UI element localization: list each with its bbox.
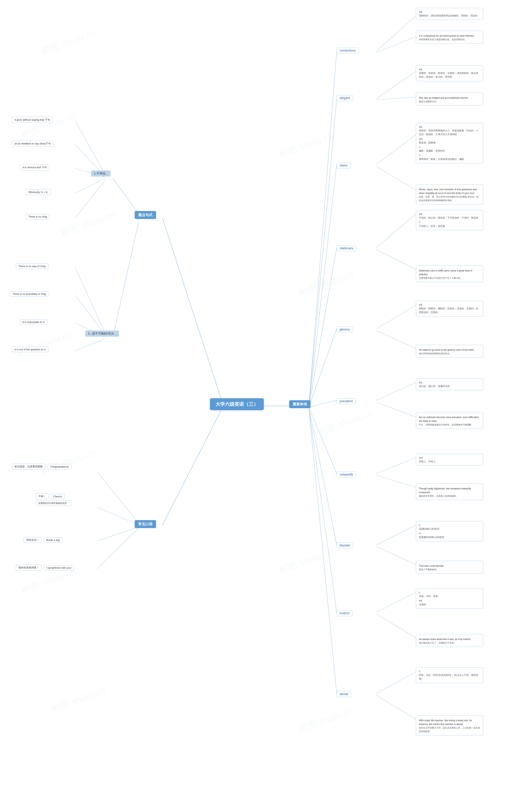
vocab-category: 重要单词 <box>289 400 311 408</box>
svg-line-42 <box>376 525 416 545</box>
oral-item-congratulations: 表示祝贺，注意要用复数 Congratulations! <box>12 464 72 470</box>
def-elegant-1: adj. 优雅的；优美的；精美的；文雅的；漂亮精致的；除没讲究的；简练的；简洁的… <box>416 65 483 81</box>
oral-phrase-cheers: Cheers! <box>51 494 65 499</box>
svg-line-43 <box>376 546 416 565</box>
svg-line-19 <box>309 99 337 405</box>
sentence-category: 重点句式 <box>135 211 156 219</box>
watermark-1: 树图 shutu.cn <box>39 26 98 58</box>
svg-line-20 <box>309 164 337 406</box>
watermark-4: 树图 shutu.cn <box>15 327 74 359</box>
svg-line-36 <box>376 305 416 329</box>
word-sheer: sheer <box>337 162 350 168</box>
def-gloomy-2: He hated to go back to the gloomy room o… <box>416 345 483 358</box>
svg-line-29 <box>376 37 416 53</box>
word-prevalent: prevalent <box>337 398 356 404</box>
sentence-s4: Obviously, S.＋V. <box>26 189 51 195</box>
oral-category: 常见口语 <box>135 520 156 528</box>
subcat-1: 1.不用说... <box>91 170 111 176</box>
word-stationary: stationary <box>337 245 356 251</box>
svg-line-15 <box>97 507 138 525</box>
svg-line-33 <box>376 166 416 190</box>
svg-line-24 <box>309 408 337 474</box>
svg-line-1 <box>162 406 223 525</box>
watermark-8: 树图 shutu.cn <box>277 129 335 161</box>
watermark-7: 树图 shutu.cn <box>49 684 108 716</box>
svg-line-34 <box>376 214 416 248</box>
def-blunder-2: That was a bad blunder. 那是个严重的错误。 <box>416 561 483 574</box>
svg-line-23 <box>309 400 337 407</box>
svg-line-27 <box>309 410 337 694</box>
oral-phrase-sympathize: I symphthize with you! <box>44 565 74 571</box>
svg-line-47 <box>376 695 416 719</box>
svg-line-40 <box>376 458 416 474</box>
svg-line-38 <box>376 382 416 400</box>
oral-item-sympathize: 我对你深表同情！ I symphthize with you! <box>16 565 74 571</box>
oral-item-cheers: 干杯！ Cheers! 在英国也可以用作谢谢的意思。 <box>36 493 71 506</box>
svg-line-25 <box>309 409 337 545</box>
def-stationary-2: Stationary cars in traffic jams cause a … <box>416 266 483 282</box>
watermark-3: 树图 shutu.cn <box>59 208 117 240</box>
word-blunder: blunder <box>337 543 353 548</box>
word-denial: denial <box>337 691 351 697</box>
oral-item-break-leg: 祝你走运！ Break a leg! <box>24 537 63 543</box>
watermark-5: 树图 shutu.cn <box>39 446 98 478</box>
svg-line-10 <box>75 268 105 333</box>
watermark-2: 树图 shutu.cn <box>19 109 78 141</box>
oral-phrase-break-leg: Break a leg! <box>44 537 63 543</box>
svg-line-44 <box>376 592 416 612</box>
svg-line-14 <box>97 472 138 523</box>
sentence-s8: It is impossible to V. <box>20 319 48 325</box>
def-elegant-2: She was an elegant and accomplished woma… <box>416 93 483 106</box>
watermark-11: 树图 shutu.cn <box>277 545 335 577</box>
svg-line-8 <box>75 178 105 193</box>
def-prevalent-2: But as netbooks become more prevalent, s… <box>416 412 483 429</box>
sentence-s5: There is no Ving <box>26 214 50 219</box>
word-gloomy: gloomy <box>337 327 353 332</box>
def-compulsory-1: adj. 强制性的；(因法律或规则而)必须做的、强制的、强迫的 <box>416 8 483 20</box>
svg-line-16 <box>97 527 138 541</box>
def-stationary-1: adj. 不动的；静止的；固定的；不可移动的；不变的；稳定的 n. 不动的人；驻… <box>416 210 483 230</box>
svg-line-39 <box>376 402 416 417</box>
def-instinct-1: n. 本能；天性；直觉 adj. 充满的 <box>416 589 483 609</box>
def-sheer-1: adj. 纯粹的；用来强调事物的大小、程度或数量；完全的；十足的；陡峭的；又薄又… <box>416 123 483 163</box>
watermark-10: 树图 shutu.cn <box>317 407 375 438</box>
oral-label-congratulations: 表示祝贺，注意要用复数 <box>12 464 45 470</box>
subcat-2: 2...是不可能的/无法... <box>85 330 119 337</box>
def-denial-2: With major life traumas, like losing a l… <box>416 715 483 736</box>
svg-line-45 <box>376 614 416 638</box>
svg-line-21 <box>309 248 337 406</box>
svg-line-32 <box>376 135 416 164</box>
def-prevalent-1: adj. 流行的；盛行的；普遍存在的 <box>416 378 483 390</box>
svg-line-30 <box>376 71 416 99</box>
svg-line-9 <box>75 180 105 218</box>
svg-line-35 <box>376 250 416 269</box>
svg-line-18 <box>309 52 337 404</box>
center-node: 大学六级英语（三） <box>210 398 264 410</box>
sentence-s3: It is obvious that 子句 <box>20 164 50 170</box>
svg-line-5 <box>75 121 105 174</box>
svg-line-0 <box>162 218 223 406</box>
sentence-s7: There is no possibility of Ving. <box>10 291 49 296</box>
def-gloomy-1: adj. 黑暗的；阴暗的；幽暗的；忧郁的；沮丧的；无望的；前景黯淡的；悲观的 <box>416 301 483 317</box>
def-instinct-2: He always knew what time it was, as if b… <box>416 634 483 647</box>
svg-line-46 <box>376 672 416 694</box>
sentence-s6: There is no way of Ving. <box>16 264 49 269</box>
sentence-s9: It is out of the question to V. <box>12 347 49 352</box>
svg-line-28 <box>376 16 416 51</box>
def-sheer-2: Illness, injury, love, lost moments of t… <box>416 184 483 205</box>
svg-line-11 <box>75 295 105 335</box>
def-compulsory-2: It is compulsory for all motorcyclists t… <box>416 31 483 44</box>
oral-zh-cheers: 干杯！ <box>36 493 49 499</box>
def-outwardly-1: adv. 表面上；外表上 <box>416 454 483 466</box>
svg-line-3 <box>113 178 138 214</box>
word-compulsory: compulsory <box>337 48 359 54</box>
def-blunder-1: n. (疏虞或粗心的)错误 vi. 犯愚蠢的(或粗心的)错误 <box>416 521 483 541</box>
svg-line-31 <box>376 97 416 100</box>
oral-label-break-leg: 祝你走运！ <box>24 537 42 543</box>
svg-line-22 <box>309 329 337 407</box>
def-outwardly-2: Though badly frightened, she remained ou… <box>416 483 483 500</box>
word-outwardly: outwardly <box>337 472 356 478</box>
sentence-s1: It goes without saying that 子句 <box>12 117 53 123</box>
def-denial-1: n. 拒绝；否定；剥夺(应有的权利)；否认(令人不快、痛苦的事) <box>416 667 483 683</box>
svg-line-37 <box>376 330 416 349</box>
